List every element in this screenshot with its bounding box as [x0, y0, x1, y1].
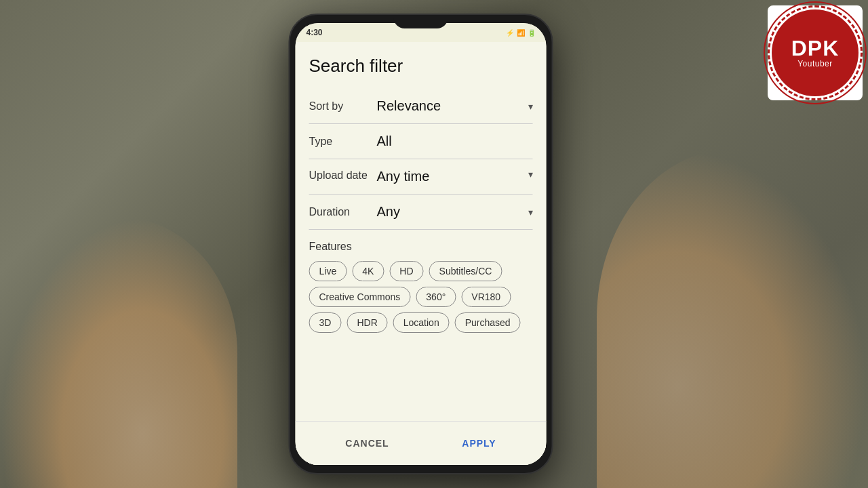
upload-date-arrow-icon: ▾ — [528, 169, 533, 180]
apply-button[interactable]: APPLY — [448, 432, 509, 454]
filter-title: Search filter — [309, 56, 533, 77]
phone-notch — [394, 15, 448, 28]
features-section: Features Live 4K HD Subtitles/CC Creativ… — [309, 241, 533, 333]
upload-label-text: Upload date — [309, 169, 368, 181]
bluetooth-icon: ⚡ — [506, 29, 514, 37]
type-value: All — [377, 134, 533, 149]
phone-device: 4:30 ⚡ 📶 🔋 Search filter Sort by Relevan… — [289, 14, 553, 474]
bottom-buttons: CANCEL APPLY — [296, 421, 547, 465]
chip-purchased[interactable]: Purchased — [455, 312, 521, 333]
features-chips: Live 4K HD Subtitles/CC Creative Commons… — [309, 261, 533, 333]
status-icons: ⚡ 📶 🔋 — [506, 29, 536, 37]
chip-360[interactable]: 360° — [416, 287, 456, 307]
chip-3d[interactable]: 3D — [309, 312, 342, 333]
divider-2 — [309, 159, 533, 159]
status-time: 4:30 — [307, 28, 323, 37]
dpk-sub-text: Youtuber — [791, 59, 840, 68]
dpk-text: DPK Youtuber — [791, 37, 840, 68]
type-row[interactable]: Type All — [309, 125, 533, 157]
phone-screen: 4:30 ⚡ 📶 🔋 Search filter Sort by Relevan… — [296, 23, 547, 465]
duration-label: Duration — [309, 206, 377, 218]
upload-date-value: Any time — [377, 169, 526, 184]
sort-by-arrow-icon: ▾ — [528, 101, 533, 112]
type-label: Type — [309, 136, 377, 148]
chip-subtitles[interactable]: Subtitles/CC — [429, 261, 502, 281]
divider-3 — [309, 194, 533, 195]
chip-hd[interactable]: HD — [389, 261, 423, 281]
sort-by-row[interactable]: Sort by Relevance ▾ — [309, 90, 533, 122]
chip-4k[interactable]: 4K — [352, 261, 384, 281]
divider-4 — [309, 229, 533, 230]
duration-row[interactable]: Duration Any ▾ — [309, 196, 533, 228]
battery-icon: 🔋 — [528, 29, 536, 37]
duration-value: Any — [377, 204, 526, 220]
sort-by-value: Relevance — [377, 98, 526, 114]
chip-vr180[interactable]: VR180 — [461, 287, 511, 307]
features-label: Features — [309, 241, 533, 253]
dpk-logo: DPK Youtuber — [768, 5, 863, 100]
dpk-main-text: DPK — [791, 37, 840, 59]
filter-panel: Search filter Sort by Relevance ▾ Type A… — [296, 42, 547, 465]
signal-icon: 📶 — [517, 29, 525, 37]
divider-1 — [309, 123, 533, 124]
duration-arrow-icon: ▾ — [528, 207, 533, 218]
upload-date-row[interactable]: Upload date Any time ▾ — [309, 161, 533, 192]
chip-creative-commons[interactable]: Creative Commons — [309, 287, 411, 307]
cancel-button[interactable]: CANCEL — [332, 432, 402, 454]
app-content: Search filter Sort by Relevance ▾ Type A… — [296, 42, 547, 465]
sort-by-label: Sort by — [309, 100, 377, 113]
chip-live[interactable]: Live — [309, 261, 347, 281]
chip-hdr[interactable]: HDR — [347, 312, 387, 333]
phone-body: 4:30 ⚡ 📶 🔋 Search filter Sort by Relevan… — [289, 14, 553, 474]
dpk-circle: DPK Youtuber — [772, 9, 859, 96]
chip-location[interactable]: Location — [393, 312, 450, 333]
upload-date-label: Upload date — [309, 169, 377, 183]
dpk-logo-inner: DPK Youtuber — [768, 5, 863, 100]
